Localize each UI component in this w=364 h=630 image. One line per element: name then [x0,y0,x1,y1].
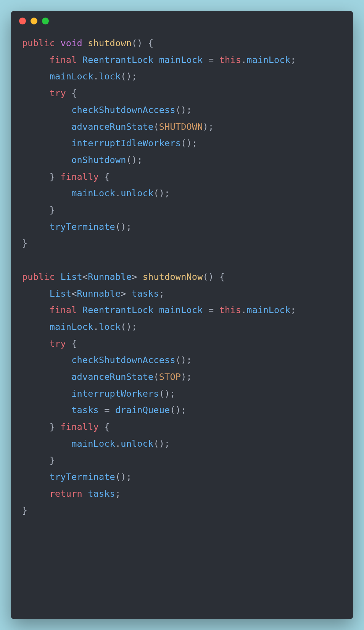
code-token: Runnable [77,288,121,299]
code-token: try [50,88,66,99]
code-token: onShutdown [71,155,126,165]
code-token: } [22,505,27,516]
code-token: . [241,305,246,315]
code-token: } [22,171,60,182]
code-token: tasks [71,405,99,415]
code-token: try [50,338,66,349]
code-line: tryTerminate(); [22,219,342,236]
code-token: . [241,55,246,65]
code-line: checkShutdownAccess(); [22,352,342,369]
code-token: (); [176,355,192,365]
code-token: } [22,238,27,249]
code-line: public List<Runnable> shutdownNow() { [22,269,342,286]
code-token: ( [153,372,159,382]
code-token: (); [115,472,132,482]
code-token: interruptWorkers [71,388,159,399]
code-token: { [66,88,77,99]
code-area[interactable]: public void shutdown() { final Reentrant… [11,31,353,530]
code-line: public void shutdown() { [22,35,342,52]
code-token: mainLock [159,55,203,65]
code-token [77,305,82,315]
code-token [22,388,71,399]
code-token: interruptIdleWorkers [71,138,181,149]
code-token: . [93,71,99,82]
code-token: finally [60,422,98,432]
code-token: = [99,405,115,415]
code-line: onShutdown(); [22,152,342,169]
code-token: finally [60,171,98,182]
code-token: mainLock [50,321,93,332]
code-token: mainLock [246,305,290,315]
code-token: void [60,38,82,48]
code-token: public [22,271,55,282]
code-token: ReentrantLock [82,55,154,65]
code-token [22,221,50,232]
code-token [22,255,27,265]
code-token: (); [170,405,186,415]
code-token: public [22,38,55,48]
code-token: } [22,205,55,215]
code-token [22,372,71,382]
code-token: } [22,422,60,432]
code-token: mainLock [50,71,93,82]
code-token: advanceRunState [71,121,153,132]
code-token: (); [126,155,143,165]
code-token: checkShutdownAccess [71,355,176,365]
code-token: { [66,338,77,349]
code-line: final ReentrantLock mainLock = this.main… [22,302,342,319]
code-token: mainLock [159,305,203,315]
code-token: > [121,288,126,299]
code-token: () [203,271,214,282]
code-token: tryTerminate [50,221,115,232]
code-line: } finally { [22,169,342,186]
code-token [22,488,50,499]
code-token: ; [115,488,121,499]
code-line: tasks = drainQueue(); [22,402,342,419]
code-token: (); [153,438,170,449]
code-line: interruptWorkers(); [22,386,342,402]
code-token: ); [181,372,192,382]
code-token: . [93,321,99,332]
code-token: < [71,288,77,299]
code-token [22,472,50,482]
code-line: advanceRunState(STOP); [22,369,342,386]
code-token: < [82,271,88,282]
code-token: { [143,38,154,48]
code-token: Runnable [88,271,132,282]
code-token: return [50,488,82,499]
minimize-icon[interactable] [31,18,37,24]
code-token: (); [153,188,170,199]
code-line: advanceRunState(SHUTDOWN); [22,119,342,136]
code-token: tryTerminate [50,472,115,482]
code-token [22,305,50,315]
code-token [137,271,142,282]
code-token [22,155,71,165]
code-token: ; [159,288,164,299]
code-line: } [22,502,342,519]
close-icon[interactable] [19,18,26,24]
code-token: mainLock [246,55,290,65]
code-token: STOP [159,372,181,382]
code-token: tasks [132,288,159,299]
code-token: final [50,305,77,315]
code-line: mainLock.lock(); [22,319,342,336]
code-token: (); [181,138,197,149]
code-token [22,188,71,199]
code-line: } [22,235,342,252]
zoom-icon[interactable] [42,18,49,24]
code-token: SHUTDOWN [159,121,203,132]
window-titlebar [11,11,353,31]
code-token: { [99,171,110,182]
code-token: . [115,188,121,199]
code-token: } [22,455,55,466]
code-token: lock [99,71,121,82]
code-line: tryTerminate(); [22,469,342,486]
code-token [153,305,159,315]
code-token: advanceRunState [71,372,153,382]
code-token: ); [203,121,214,132]
code-token: this [219,55,241,65]
code-token: mainLock [71,438,115,449]
code-token: { [214,271,225,282]
code-token [55,271,60,282]
code-token: mainLock [71,188,115,199]
